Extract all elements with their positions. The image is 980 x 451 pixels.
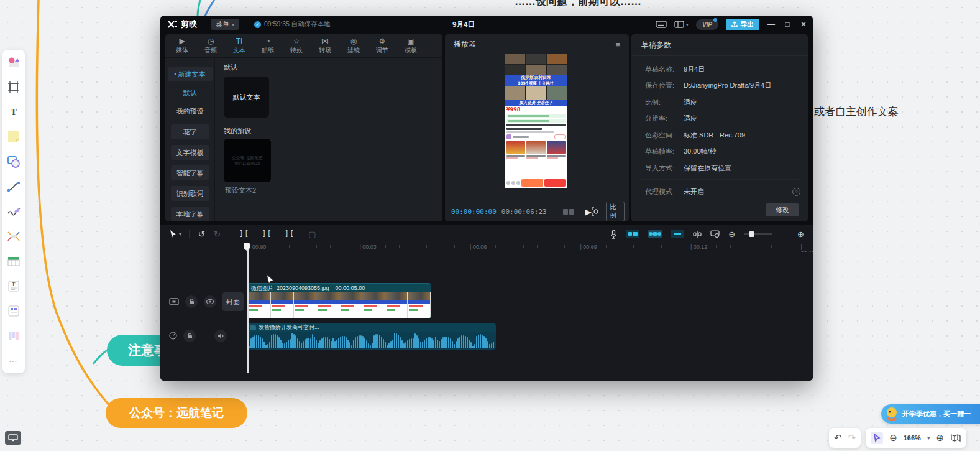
shop-avatar [506,134,511,139]
sidebar-item-0[interactable]: •新建文本 [168,67,213,81]
sidebar-item-5[interactable]: 智能字幕 [171,165,209,180]
preview-axis-icon[interactable] [693,230,702,238]
microphone-icon[interactable] [610,230,617,239]
preview-quality-icon[interactable] [563,209,574,215]
redo-button[interactable]: ↻ [214,230,221,239]
timeline-toolbar: ▾ ↺ ↻ ][ ][ ][ ▢ ⊖ ⊕ [160,225,813,243]
preview-action-bar [506,179,566,187]
maximize-button[interactable]: □ [783,20,792,29]
playhead-line[interactable] [247,244,249,373]
timeline-zoom-out-icon[interactable]: ⊖ [728,230,735,239]
speaker-icon[interactable] [214,330,227,342]
layout-switch-icon[interactable] [674,21,684,28]
more-tools-icon[interactable]: ⋯ [6,353,21,368]
shapes-icon[interactable] [6,154,21,169]
ratio-button[interactable]: 比例 [606,202,625,221]
preview-shop-row [506,134,566,139]
sidebar-item-4[interactable]: 文字模板 [171,145,209,160]
timeline-ruler[interactable]: | 00:00| 00:03| 00:06| 00:09| 00:12| 00:… [160,243,813,252]
sidebar-item-3[interactable]: 花字 [171,124,209,139]
sidebar-item-2[interactable]: 我的预设 [176,104,204,119]
menu-button[interactable]: 菜单 ▾ [211,19,239,30]
select-tool-chevron-icon[interactable]: ▾ [179,231,181,237]
wb-zoom-in-button[interactable]: ⊕ [936,432,944,444]
tab-8[interactable]: ▣模板 [396,34,425,57]
tab-4[interactable]: ☆特效 [282,34,311,57]
main-track-magnet-toggle[interactable] [626,230,639,238]
clip-filmstrip [248,292,431,318]
zoom-group: ⊖ 166% ▾ ⊕ [866,428,966,448]
split-right-button[interactable]: ][ [285,230,295,238]
text-document-icon[interactable]: T [6,279,21,294]
lock-icon[interactable] [185,295,198,308]
media-templates-icon[interactable] [6,55,21,70]
tab-label: 滤镜 [347,46,360,55]
minimap-icon[interactable] [950,434,961,442]
minimize-button[interactable]: — [767,20,776,29]
player-controls: 00:00:00:00 00:00:06:23 ▶ 比例 [445,202,629,221]
auto-snap-toggle[interactable] [648,230,662,238]
frame-icon[interactable] [6,80,21,95]
split-button[interactable]: ][ [239,230,249,238]
tab-5[interactable]: ⋈转场 [311,34,339,57]
layout-chevron-icon[interactable]: ▾ [686,22,689,27]
text-tool-icon[interactable]: T [6,105,21,119]
adapt-screen-icon[interactable] [710,230,720,238]
player-menu-icon[interactable]: ≡ [615,40,620,49]
tab-0[interactable]: ▶媒体 [168,34,196,57]
linkage-toggle[interactable] [671,230,684,238]
vip-badge[interactable]: VIP [696,19,718,30]
wb-undo-button[interactable]: ↶ [834,432,842,444]
rich-document-icon[interactable] [6,304,21,318]
tab-6[interactable]: ◎滤镜 [339,34,368,57]
tab-icon: ◎ [350,37,357,45]
delete-button[interactable]: ▢ [308,230,316,239]
sidebar-item-1[interactable]: 默认 [183,85,197,100]
sidebar-item-6[interactable]: 识别歌词 [171,186,209,201]
connector-icon[interactable] [6,179,21,194]
wb-redo-button[interactable]: ↷ [848,432,856,444]
tab-2[interactable]: TI文本 [225,34,254,57]
laser-pointer-icon[interactable] [871,432,883,444]
export-button[interactable]: 导出 [726,19,759,30]
help-icon[interactable]: ? [792,188,800,196]
play-button[interactable]: ▶ [585,207,592,216]
tab-7[interactable]: ⚙调节 [368,34,396,57]
split-left-button[interactable]: ][ [262,230,272,238]
cover-button[interactable]: 封面 [222,292,244,311]
video-preview[interactable]: 俄罗斯农村日常 109个视频 十分钟/个 加入会员 全店任下 ¥998 [505,54,567,188]
preset-text-card[interactable]: 公众号: 远航笔记 wxr 11830935 [224,139,271,182]
mindmap-icon[interactable] [6,229,21,244]
banner1-subtitle: 109个视频 十分钟/个 [505,81,567,86]
tab-1[interactable]: ◷音频 [196,34,225,57]
undo-button[interactable]: ↺ [198,230,205,239]
export-label: 导出 [740,20,754,29]
presentation-mode-icon[interactable] [5,431,21,445]
select-tool-button[interactable]: ▾ [169,230,181,238]
close-button[interactable]: ✕ [799,20,808,29]
shortcut-keyboard-icon[interactable] [656,21,667,28]
duration-timecode: 00:00:06:23 [501,208,547,216]
slider-handle[interactable] [749,231,754,237]
kanban-icon[interactable] [6,328,21,343]
timeline-zoom-in-icon[interactable]: ⊕ [797,230,804,239]
clipped-canvas-text: ……设问题，前期可以…… [515,0,641,6]
eye-icon[interactable] [204,295,216,308]
sidebar-item-7[interactable]: 本地字幕 [171,207,209,221]
video-clip[interactable]: 微信图片_20230904093055.jpg 00:00:05:00 [247,283,431,318]
mindmap-node-wechat[interactable]: 公众号：远航笔记 [106,398,247,428]
promo-banner[interactable]: 开学季优惠，买一赠一 [881,404,980,424]
zoom-level[interactable]: 166% [904,434,921,442]
sticky-note-icon[interactable] [6,129,21,144]
modify-button[interactable]: 修改 [766,203,799,216]
wb-zoom-out-button[interactable]: ⊖ [889,432,897,444]
audio-clip[interactable]: 发货撒娇开发商可交付... [247,323,496,350]
lock-icon[interactable] [183,330,196,342]
pen-icon[interactable] [6,204,21,219]
focus-frame-icon[interactable] [592,207,598,216]
default-text-card[interactable]: 默认文本 [224,77,269,118]
table-icon[interactable] [6,254,21,269]
timeline-zoom-slider[interactable] [744,233,772,235]
tab-3[interactable]: ◔贴纸 [254,34,282,57]
zoom-chevron-icon[interactable]: ▾ [927,435,930,441]
